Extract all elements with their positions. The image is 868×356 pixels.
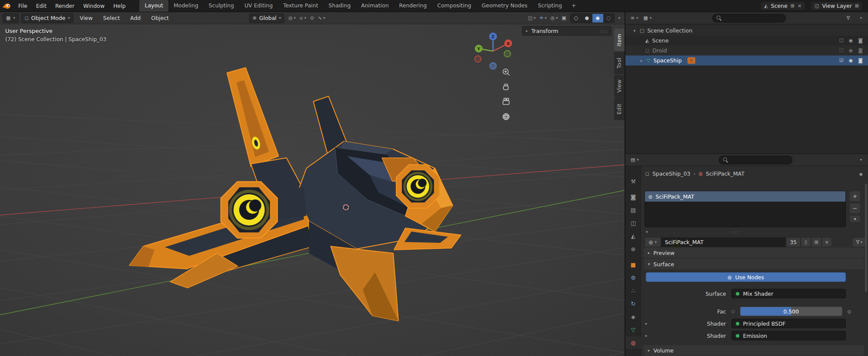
menu-file[interactable]: File xyxy=(14,1,32,11)
tab-object[interactable]: ■ xyxy=(625,258,641,271)
menu-add[interactable]: Add xyxy=(126,13,145,23)
slot-specials-button[interactable]: ▾ xyxy=(849,215,861,222)
expand-icon[interactable]: ▸ xyxy=(645,333,648,338)
use-nodes-button[interactable]: ◍ Use Nodes xyxy=(646,272,846,282)
users-count-button[interactable]: 35 xyxy=(786,237,801,247)
gizmo-neg-x-ball[interactable] xyxy=(475,56,481,62)
xray-toggle[interactable]: ▣ xyxy=(562,16,566,20)
expand-icon[interactable]: ▸ xyxy=(639,59,644,63)
gizmo-menu[interactable]: ✛ ▾ xyxy=(539,16,547,20)
editor-type-button[interactable]: ▦ ▾ xyxy=(3,13,19,23)
new-scene-icon[interactable]: ⊞ xyxy=(790,3,794,8)
3d-viewport[interactable]: Z Y X xyxy=(0,12,625,356)
tab-view-layer[interactable]: ◫ xyxy=(625,217,641,229)
outliner-options-button[interactable]: ▾ xyxy=(858,16,865,20)
fake-user-button[interactable]: ◊ xyxy=(801,237,811,247)
material-specials-button[interactable]: ∇ ▾ xyxy=(852,237,867,247)
orientation-select[interactable]: ⊕ Global ▾ xyxy=(249,13,284,23)
animate-decorator-icon[interactable]: ○ xyxy=(731,309,735,314)
browse-material-button[interactable]: ◍ ▾ xyxy=(644,237,661,247)
properties-editor-type-button[interactable]: ▤ ▾ xyxy=(628,157,641,162)
shader1-select[interactable]: Principled BSDF xyxy=(731,319,846,328)
shading-wireframe-button[interactable]: ○ xyxy=(571,14,582,23)
hide-eye-icon[interactable]: ◉ xyxy=(849,58,853,63)
workspace-tab-sculpting[interactable]: Sculpting xyxy=(204,0,239,12)
tab-data[interactable]: ▽ xyxy=(625,323,641,336)
expand-icon[interactable]: ▾ xyxy=(632,29,637,33)
workspace-tab-animation[interactable]: Animation xyxy=(356,0,394,12)
outliner-row-spaceship[interactable]: ▸ ▽ SpaceShip ▽ ☑ ◉ ◙ xyxy=(625,56,868,65)
new-material-button[interactable]: ⊞ xyxy=(811,237,822,247)
workspace-tab-modeling[interactable]: Modeling xyxy=(168,0,204,12)
workspace-tab-texture-paint[interactable]: Texture Paint xyxy=(278,0,323,12)
tab-particles[interactable]: ∴ xyxy=(625,284,641,297)
tab-render[interactable]: ◙ xyxy=(625,191,641,203)
outliner-row-scene-collection[interactable]: ▾ ▢ Scene Collection xyxy=(625,26,868,36)
menu-view[interactable]: View xyxy=(76,13,97,23)
tab-modifiers[interactable]: ⚙ xyxy=(625,271,641,284)
unlink-material-button[interactable]: × xyxy=(822,237,832,247)
pan-hand-icon[interactable] xyxy=(503,83,508,90)
add-slot-button[interactable]: + xyxy=(849,191,861,202)
material-slot-list[interactable]: ◍ SciFiPack_MAT xyxy=(644,191,846,227)
sidebar-tab-item[interactable]: Item xyxy=(614,29,625,51)
pin-icon[interactable]: ◆ xyxy=(859,171,863,177)
outliner-editor-type-button[interactable]: ≡ ▾ xyxy=(628,16,641,20)
transform-panel-header[interactable]: ▸ Transform :::: xyxy=(522,26,612,36)
new-view-layer-icon[interactable]: ⊞ xyxy=(855,3,859,8)
navigation-gizmo[interactable]: Z Y X xyxy=(475,33,513,69)
snap-toggle[interactable]: ∪ ▾ xyxy=(299,16,306,20)
workspace-tab-layout[interactable]: Layout xyxy=(139,0,168,12)
workspace-tab-scripting[interactable]: Scripting xyxy=(533,0,567,12)
workspace-tab-shading[interactable]: Shading xyxy=(323,0,356,12)
surface-panel-header[interactable]: ▾ Surface xyxy=(644,259,864,269)
menu-edit[interactable]: Edit xyxy=(32,1,51,11)
fac-slider[interactable]: 0.500 xyxy=(740,307,842,316)
menu-render[interactable]: Render xyxy=(51,1,79,11)
overlays-menu[interactable]: ◎ ▾ xyxy=(550,16,558,20)
tab-world[interactable]: ⊕ xyxy=(625,243,641,255)
workspace-tab-rendering[interactable]: Rendering xyxy=(394,0,432,12)
zoom-icon[interactable] xyxy=(503,69,510,75)
shading-material-button[interactable]: ◉ xyxy=(592,14,603,23)
gizmo-neg-y-ball[interactable] xyxy=(504,51,511,57)
render-visibility-icon[interactable]: ◙ xyxy=(858,48,863,53)
proportional-editing-toggle[interactable]: ⊙ xyxy=(310,16,314,20)
tab-material[interactable]: ◍ xyxy=(625,336,641,349)
outliner-search-input[interactable] xyxy=(712,14,786,23)
spaceship-model[interactable] xyxy=(129,68,461,321)
object-visibility-menu[interactable]: ◫ ▾ xyxy=(528,16,536,20)
sidebar-tab-view[interactable]: View xyxy=(614,75,625,97)
shader2-select[interactable]: Emission xyxy=(731,331,846,340)
breadcrumb-material[interactable]: SciFiPack_MAT xyxy=(706,170,744,177)
render-visibility-icon[interactable]: ◙ xyxy=(858,38,863,43)
menu-select[interactable]: Select xyxy=(99,13,124,23)
remove-slot-button[interactable]: − xyxy=(849,203,861,214)
exclude-checkbox[interactable]: ☑ xyxy=(839,58,844,63)
mode-select[interactable]: ◻ Object Mode ▾ xyxy=(21,13,73,23)
properties-scrollbar[interactable] xyxy=(865,183,867,292)
list-resize-grip[interactable]: :::: xyxy=(730,229,739,234)
properties-search-input[interactable] xyxy=(719,156,792,164)
tab-physics[interactable]: ↻ xyxy=(625,297,641,310)
menu-help[interactable]: Help xyxy=(109,1,130,11)
volume-panel-header[interactable]: ▸ Volume xyxy=(644,345,864,356)
gizmo-neg-z-ball[interactable] xyxy=(490,63,496,69)
surface-shader-select[interactable]: Mix Shader xyxy=(731,289,846,298)
shading-solid-button[interactable]: ● xyxy=(582,14,592,23)
add-workspace-button[interactable]: + xyxy=(567,0,580,12)
material-name-field[interactable]: SciFiPack_MAT xyxy=(661,237,786,247)
tab-output[interactable]: ▤ xyxy=(625,204,641,216)
outliner-filter-button[interactable]: ∇ xyxy=(844,16,852,20)
workspace-tab-compositing[interactable]: Compositing xyxy=(432,0,476,12)
tab-constraints[interactable]: ◈ xyxy=(625,310,641,323)
blender-logo-icon[interactable] xyxy=(0,3,13,10)
expand-icon[interactable]: ▸ xyxy=(645,321,648,326)
sidebar-tab-tool[interactable]: Tool xyxy=(614,52,625,74)
pivot-point-button[interactable]: ◎ ▾ xyxy=(288,16,296,20)
preview-panel-header[interactable]: ▸ Preview xyxy=(644,248,864,258)
render-visibility-icon[interactable]: ◙ xyxy=(858,58,863,63)
menu-window[interactable]: Window xyxy=(79,1,109,11)
hide-eye-icon[interactable]: ◉ xyxy=(849,38,853,43)
material-slot-selected[interactable]: ◍ SciFiPack_MAT xyxy=(645,191,845,202)
